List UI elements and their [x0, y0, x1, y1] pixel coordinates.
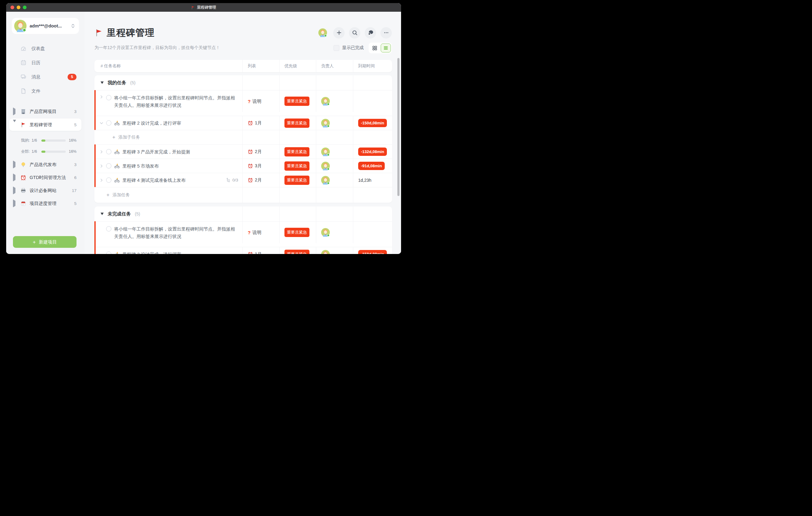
complete-toggle[interactable]: [106, 252, 111, 254]
project-item-milestone[interactable]: 里程碑管理 5: [9, 118, 82, 131]
group-header[interactable]: 未完成任务 (5): [94, 206, 242, 221]
priority-badge[interactable]: 重要且紧急: [285, 96, 310, 106]
priority-badge[interactable]: 重要且紧急: [285, 118, 310, 128]
task-name-cell[interactable]: 将小组一年工作目标拆解，设置出里程碑时间节点。并指派相关责任人。用标签来展示进行…: [94, 221, 242, 247]
complete-toggle[interactable]: [106, 120, 111, 125]
collapse-task-icon[interactable]: [100, 121, 103, 125]
task-title[interactable]: 里程碑 2 设计完成，进行评审: [122, 119, 181, 127]
task-assignee-cell[interactable]: [316, 173, 353, 187]
due-badge[interactable]: -150d,08min: [358, 119, 387, 127]
task-row[interactable]: 里程碑 5 市场发布 3月 重要且紧急 -91d,08min: [94, 159, 392, 173]
task-row[interactable]: 里程碑 3 产品开发完成，开始提测 2月 重要且紧急 -132d,08min: [94, 144, 392, 159]
task-name-cell[interactable]: 将小组一年工作目标拆解，设置出里程碑时间节点。并指派相关责任人。用标签来展示进行…: [94, 90, 242, 116]
collapse-caret-icon[interactable]: [13, 201, 16, 206]
task-due-cell[interactable]: [353, 90, 392, 112]
chat-button[interactable]: [365, 27, 376, 38]
task-name-cell[interactable]: 里程碑 4 测试完成准备线上发布 0/3: [94, 173, 242, 187]
expand-task-icon[interactable]: [100, 178, 103, 182]
project-item-official-site[interactable]: 产品官网项目 3: [6, 105, 85, 118]
expand-caret-icon[interactable]: [13, 122, 16, 127]
task-assignee-cell[interactable]: [316, 247, 353, 254]
assignee-avatar[interactable]: [321, 162, 330, 170]
task-row[interactable]: 里程碑 2 设计完成，进行评审 1月 重要且紧急 -150d,08min: [94, 116, 392, 130]
task-due-cell[interactable]: -132d,08min: [353, 144, 392, 159]
task-assignee-cell[interactable]: [316, 221, 353, 243]
task-due-cell[interactable]: 1d,23h: [353, 173, 392, 187]
complete-toggle[interactable]: [106, 163, 111, 169]
task-title[interactable]: 里程碑 2 设计完成，进行评审: [122, 251, 181, 254]
sidebar-item-files[interactable]: 文件: [6, 84, 85, 98]
task-due-cell[interactable]: -150d,08min: [353, 116, 392, 130]
task-title[interactable]: 将小组一年工作目标拆解，设置出里程碑时间节点。并指派相关责任人。用标签来展示进行…: [114, 94, 238, 109]
expand-task-icon[interactable]: [100, 150, 103, 154]
add-task-button[interactable]: + 添加任务: [94, 187, 242, 203]
task-priority-cell[interactable]: 重要且紧急: [279, 159, 316, 173]
collapse-caret-icon[interactable]: [13, 109, 16, 114]
task-priority-cell[interactable]: 重要且紧急: [279, 173, 316, 187]
task-priority-cell[interactable]: 重要且紧急: [279, 116, 316, 130]
project-item-design-sites[interactable]: 设计必备网站 17: [6, 184, 85, 197]
group-header-row[interactable]: 我的任务 (5): [94, 75, 392, 90]
task-name-cell[interactable]: 里程碑 3 产品开发完成，开始提测: [94, 144, 242, 159]
task-name-cell[interactable]: 里程碑 2 设计完成，进行评审: [94, 247, 242, 254]
task-priority-cell[interactable]: 重要且紧急: [279, 144, 316, 159]
add-subtask-row[interactable]: + 添加子任务: [94, 130, 392, 144]
due-badge[interactable]: -150d,08min: [358, 250, 387, 254]
task-list-cell[interactable]: 3月: [242, 159, 279, 173]
task-priority-cell[interactable]: 重要且紧急: [279, 221, 316, 243]
task-row[interactable]: 将小组一年工作目标拆解，设置出里程碑时间节点。并指派相关责任人。用标签来展示进行…: [94, 90, 392, 116]
add-button[interactable]: [333, 27, 345, 38]
assignee-avatar[interactable]: [321, 97, 330, 106]
priority-badge[interactable]: 重要且紧急: [285, 162, 310, 171]
zoom-window-button[interactable]: [23, 5, 27, 9]
task-row[interactable]: 将小组一年工作目标拆解，设置出里程碑时间节点。并指派相关责任人。用标签来展示进行…: [94, 221, 392, 247]
collapse-caret-icon[interactable]: [13, 175, 16, 180]
more-button[interactable]: [380, 27, 392, 38]
show-completed-checkbox[interactable]: [334, 45, 339, 51]
group-header-row[interactable]: 未完成任务 (5): [94, 206, 392, 221]
collapse-caret-icon[interactable]: [13, 188, 16, 193]
vertical-scrollbar[interactable]: [397, 58, 400, 196]
search-button[interactable]: [349, 27, 360, 38]
task-assignee-cell[interactable]: [316, 159, 353, 173]
task-assignee-cell[interactable]: [316, 116, 353, 130]
priority-badge[interactable]: 重要且紧急: [285, 176, 310, 185]
collapse-caret-icon[interactable]: [13, 162, 16, 167]
due-badge[interactable]: -91d,08min: [358, 162, 385, 170]
minimize-window-button[interactable]: [17, 5, 20, 9]
task-assignee-cell[interactable]: [316, 144, 353, 159]
task-title[interactable]: 将小组一年工作目标拆解，设置出里程碑时间节点。并指派相关责任人。用标签来展示进行…: [114, 225, 238, 240]
add-subtask-button[interactable]: + 添加子任务: [94, 130, 242, 144]
project-item-schedule[interactable]: 项目进度管理 5: [6, 197, 85, 210]
add-task-row[interactable]: + 添加任务: [94, 187, 392, 203]
close-window-button[interactable]: [10, 5, 14, 9]
priority-badge[interactable]: 重要且紧急: [285, 250, 310, 254]
task-name-cell[interactable]: 里程碑 2 设计完成，进行评审: [94, 116, 242, 130]
list-view-button[interactable]: [381, 44, 391, 53]
titlebar[interactable]: 里程碑管理: [6, 3, 401, 12]
project-item-iteration[interactable]: 产品迭代发布 3: [6, 158, 85, 171]
assignee-avatar[interactable]: [321, 176, 330, 184]
assignee-avatar[interactable]: [321, 250, 330, 254]
complete-toggle[interactable]: [106, 95, 111, 100]
task-title[interactable]: 里程碑 4 测试完成准备线上发布: [122, 176, 186, 184]
task-name-cell[interactable]: 里程碑 5 市场发布: [94, 159, 242, 173]
task-row[interactable]: 里程碑 4 测试完成准备线上发布 0/3 2月 重要且紧急: [94, 173, 392, 187]
sidebar-item-dashboard[interactable]: 仪表盘: [6, 41, 85, 56]
task-list-cell[interactable]: 2月: [242, 144, 279, 159]
task-title[interactable]: 里程碑 3 产品开发完成，开始提测: [122, 148, 190, 155]
task-priority-cell[interactable]: 重要且紧急: [279, 90, 316, 112]
complete-toggle[interactable]: [106, 226, 111, 231]
complete-toggle[interactable]: [106, 177, 111, 183]
chevron-updown-icon[interactable]: [71, 23, 75, 29]
task-list-cell[interactable]: 2月: [242, 173, 279, 187]
board-view-button[interactable]: [370, 44, 380, 53]
task-list-cell[interactable]: 1月: [242, 247, 279, 254]
priority-badge[interactable]: 重要且紧急: [285, 147, 310, 156]
task-list-cell[interactable]: ? 说明: [242, 90, 279, 112]
assignee-avatar[interactable]: [321, 147, 330, 156]
task-due-cell[interactable]: [353, 221, 392, 243]
collapse-group-icon[interactable]: [100, 212, 104, 215]
sidebar-item-calendar[interactable]: 日历: [6, 56, 85, 70]
assignee-avatar[interactable]: [321, 228, 330, 237]
